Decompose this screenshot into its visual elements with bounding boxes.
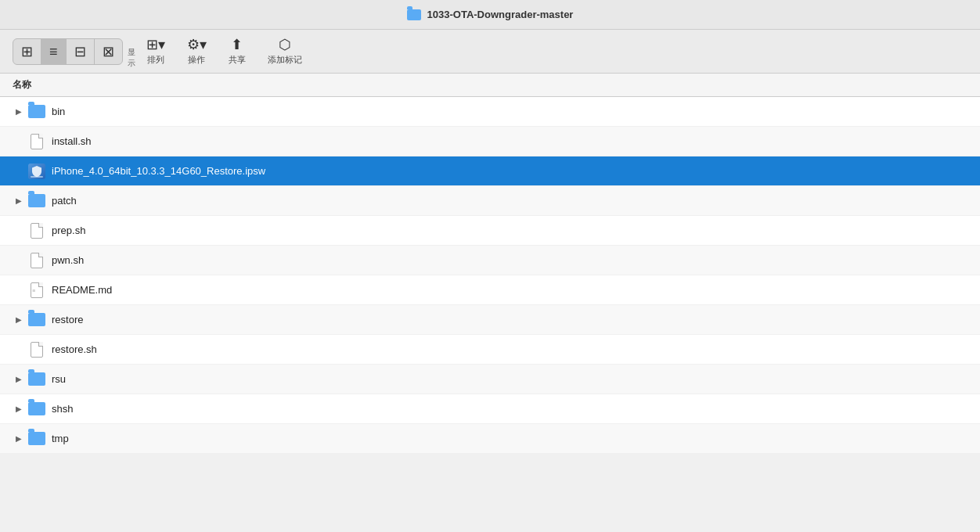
name-column-label: 名称 [13, 78, 31, 92]
columns-view-icon: ⊟ [74, 45, 86, 59]
tag-button[interactable]: ⬡ 添加标记 [258, 34, 312, 70]
file-name-label: pwn.sh [52, 254, 84, 266]
list-item[interactable]: ▶tmp [0, 424, 980, 454]
expand-arrow-icon[interactable]: ▶ [13, 433, 25, 445]
column-header: 名称 [0, 74, 980, 97]
list-view-icon: ≡ [49, 45, 58, 59]
expand-arrow-icon[interactable]: ▶ [13, 373, 25, 386]
action-label: 操作 [188, 54, 205, 66]
expand-arrow-icon[interactable]: ▶ [13, 314, 25, 326]
toolbar: ⊞ ≡ ⊟ ⊠ 显示 ⊞▾ 排列 ⚙▾ 操作 ⬆ 共享 ⬡ 添加标记 [0, 30, 980, 74]
share-icon: ⬆ [231, 38, 243, 52]
view-gallery-btn[interactable]: ⊠ [94, 39, 122, 64]
folder-icon [28, 402, 45, 416]
file-name-label: iPhone_4.0_64bit_10.3.3_14G60_Restore.ip… [52, 165, 265, 177]
action-button[interactable]: ⚙▾ 操作 [178, 34, 216, 70]
sort-button[interactable]: ⊞▾ 排列 [137, 34, 175, 70]
title-folder-icon [407, 9, 421, 20]
file-list: ▶bin▶install.sh▶ iPhone_4.0_64bit_10.3.3… [0, 97, 980, 454]
ipsw-icon [28, 164, 45, 178]
file-icon [28, 343, 45, 357]
share-button[interactable]: ⬆ 共享 [219, 34, 255, 70]
list-item[interactable]: ▶restore.sh [0, 335, 980, 365]
display-label-below: 显示 [128, 47, 132, 69]
gallery-view-icon: ⊠ [103, 45, 114, 59]
file-name-label: shsh [52, 403, 73, 415]
title-text: 1033-OTA-Downgrader-master [427, 9, 574, 20]
file-name-label: prep.sh [52, 225, 85, 236]
file-icon [28, 253, 45, 268]
folder-icon [28, 105, 45, 119]
file-name-label: install.sh [52, 135, 92, 147]
grid-view-icon: ⊞ [21, 45, 33, 59]
tag-icon: ⬡ [279, 38, 291, 52]
window-title: 1033-OTA-Downgrader-master [407, 9, 574, 20]
file-name-label: restore.sh [52, 343, 97, 355]
list-item[interactable]: ▶README.md [0, 275, 980, 305]
list-item[interactable]: ▶restore [0, 305, 980, 335]
list-item[interactable]: ▶bin [0, 97, 980, 127]
folder-icon [28, 372, 45, 386]
file-name-label: bin [52, 106, 65, 117]
list-item[interactable]: ▶shsh [0, 394, 980, 424]
view-toggle-group: ⊞ ≡ ⊟ ⊠ [13, 38, 123, 65]
list-item[interactable]: ▶install.sh [0, 127, 980, 156]
file-name-label: restore [52, 314, 83, 325]
view-columns-btn[interactable]: ⊟ [66, 39, 94, 64]
action-icon: ⚙▾ [187, 38, 207, 52]
expand-arrow-icon[interactable]: ▶ [13, 106, 25, 118]
file-icon [28, 224, 45, 238]
sort-label: 排列 [147, 54, 164, 66]
text-icon [28, 283, 45, 297]
list-item[interactable]: ▶rsu [0, 365, 980, 394]
list-item[interactable]: ▶ iPhone_4.0_64bit_10.3.3_14G60_Restore.… [0, 156, 980, 186]
list-item[interactable]: ▶prep.sh [0, 216, 980, 246]
title-bar: 1033-OTA-Downgrader-master [0, 0, 980, 30]
sort-icon: ⊞▾ [146, 38, 165, 52]
view-icon-btn[interactable]: ⊞ [13, 39, 41, 64]
folder-icon [28, 313, 45, 327]
file-name-label: patch [52, 195, 77, 207]
file-name-label: rsu [52, 373, 66, 385]
expand-arrow-icon[interactable]: ▶ [13, 195, 25, 207]
file-name-label: tmp [52, 433, 69, 444]
folder-icon [28, 432, 45, 446]
file-name-label: README.md [52, 284, 112, 296]
expand-arrow-icon[interactable]: ▶ [13, 403, 25, 415]
view-list-btn[interactable]: ≡ [41, 39, 66, 64]
share-label: 共享 [229, 54, 246, 66]
tag-label: 添加标记 [268, 54, 302, 66]
list-item[interactable]: ▶pwn.sh [0, 246, 980, 275]
folder-icon [28, 194, 45, 208]
file-icon [28, 135, 45, 149]
list-item[interactable]: ▶patch [0, 186, 980, 216]
